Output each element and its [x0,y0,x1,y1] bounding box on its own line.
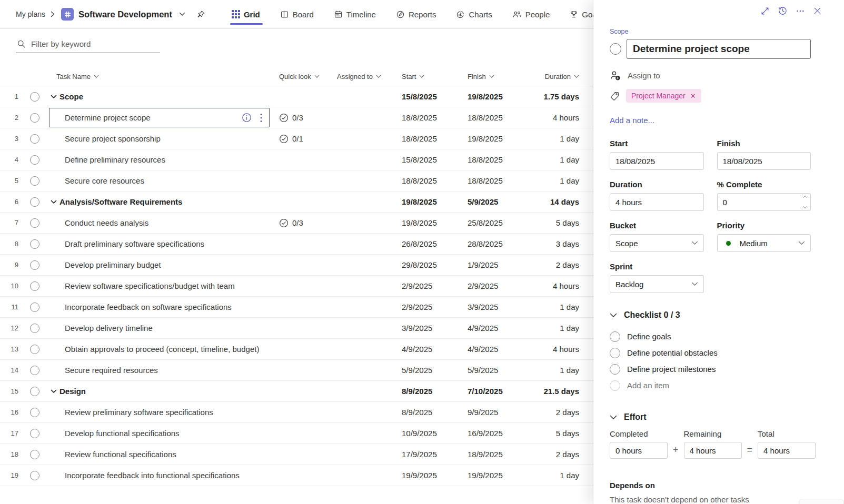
table-row[interactable]: 14Secure required resources5/9/20255/9/2… [0,360,593,381]
label-chip[interactable]: Project Manager ✕ [626,89,701,103]
checklist-item[interactable]: Define project milestones [610,361,811,377]
duration-value[interactable]: 21.5 days [529,387,593,396]
duration-value[interactable]: 2 days [529,408,593,417]
row-complete-radio[interactable] [30,303,39,312]
finish-date[interactable]: 18/9/2025 [463,450,529,459]
finish-date[interactable]: 5/9/2025 [463,197,529,206]
table-row[interactable]: 11Incorporate feedback on software speci… [0,297,593,318]
task-title-input[interactable] [627,39,811,59]
priority-dropdown[interactable]: Medium [717,234,811,252]
duration-value[interactable]: 2 days [529,450,593,459]
expand-panel-icon[interactable] [760,6,770,16]
assign-to-button[interactable]: Assign to [610,70,811,81]
finish-date[interactable]: 16/9/2025 [463,429,529,438]
column-header-start[interactable]: Start [398,73,463,80]
start-date[interactable]: 15/8/2025 [398,155,463,164]
checklist-item-radio[interactable] [610,364,620,375]
filter-input[interactable] [30,39,159,49]
table-row[interactable]: 3Secure project sponsorship0/118/8/20251… [0,128,593,149]
table-row[interactable]: 1Scope15/8/202519/8/20251.75 days [0,86,593,107]
label-remove-icon[interactable]: ✕ [690,93,696,99]
start-date[interactable]: 5/9/2025 [398,366,463,375]
start-date[interactable]: 2/9/2025 [398,281,463,290]
finish-date[interactable]: 18/8/2025 [463,176,529,185]
row-complete-radio[interactable] [30,155,39,165]
history-icon[interactable] [778,6,788,16]
table-row[interactable]: 5Secure core resources18/8/202518/8/2025… [0,170,593,191]
table-row[interactable]: 12Develop delivery timeline3/9/20254/9/2… [0,318,593,339]
tab-grid[interactable]: Grid [232,0,260,28]
finish-date[interactable]: 1/9/2025 [463,260,529,269]
row-complete-radio[interactable] [30,450,39,459]
row-complete-radio[interactable] [30,218,39,228]
duration-value[interactable]: 1 day [529,176,593,185]
row-complete-radio[interactable] [30,429,39,438]
duration-value[interactable]: 1 day [529,324,593,332]
table-row[interactable]: 8Draft preliminary software specificatio… [0,234,593,255]
finish-date[interactable]: 4/9/2025 [463,324,529,332]
duration-value[interactable]: 1 day [529,303,593,311]
duration-value[interactable]: 1 day [529,155,593,164]
start-date[interactable]: 8/9/2025 [398,387,463,396]
start-date[interactable]: 4/9/2025 [398,345,463,354]
row-complete-radio[interactable] [30,324,39,333]
row-complete-radio[interactable] [30,239,39,249]
start-date[interactable]: 2/9/2025 [398,303,463,311]
tag-icon[interactable] [610,91,620,101]
finish-date[interactable]: 19/8/2025 [463,134,529,143]
start-date[interactable]: 19/8/2025 [398,197,463,206]
finish-date[interactable]: 2/9/2025 [463,281,529,290]
table-row[interactable]: 17Develop functional specifications10/9/… [0,423,593,444]
finish-date[interactable]: 19/9/2025 [463,471,529,480]
finish-date[interactable]: 25/8/2025 [463,218,529,227]
row-complete-radio[interactable] [30,176,39,186]
duration-value[interactable]: 1 day [529,471,593,480]
duration-value[interactable]: 3 days [529,239,593,248]
start-date[interactable]: 19/9/2025 [398,471,463,480]
add-note-link[interactable]: Add a note... [610,116,811,125]
start-date[interactable]: 18/8/2025 [398,113,463,122]
row-complete-radio[interactable] [30,408,39,417]
checklist-item[interactable]: Define potential obstacles [610,345,811,361]
task-complete-radio[interactable] [610,43,621,55]
row-complete-radio[interactable] [30,387,39,396]
start-date[interactable]: 29/8/2025 [398,260,463,269]
row-complete-radio[interactable] [30,113,39,123]
start-date[interactable]: 17/9/2025 [398,450,463,459]
sprint-dropdown[interactable]: Backlog [610,275,704,293]
start-date[interactable]: 10/9/2025 [398,429,463,438]
effort-total-input[interactable] [758,442,816,459]
cutoff-button[interactable] [799,499,844,504]
duration-value[interactable]: 4 hours [529,113,593,122]
tab-charts[interactable]: Charts [456,0,492,28]
duration-value[interactable]: 14 days [529,197,593,206]
checklist-section-toggle[interactable]: Checklist 0 / 3 [610,310,811,320]
bucket-dropdown[interactable]: Scope [610,234,704,252]
duration-value[interactable]: 5 days [529,218,593,227]
table-row[interactable]: 9Develop preliminary budget29/8/20251/9/… [0,255,593,276]
row-complete-radio[interactable] [30,471,39,480]
start-date[interactable]: 8/9/2025 [398,408,463,417]
effort-completed-input[interactable] [610,442,668,459]
table-row[interactable]: 13Obtain approvals to proceed (concept, … [0,339,593,360]
duration-value[interactable]: 1.75 days [529,92,593,101]
start-input[interactable] [610,152,704,170]
pin-icon[interactable] [196,10,205,19]
duration-input[interactable] [610,193,704,211]
duration-value[interactable]: 1 day [529,366,593,375]
start-date[interactable]: 18/8/2025 [398,176,463,185]
finish-date[interactable]: 28/8/2025 [463,239,529,248]
finish-date[interactable]: 18/8/2025 [463,113,529,122]
finish-input[interactable] [717,152,811,170]
spinner-up-icon[interactable] [802,195,808,198]
table-row[interactable]: 2Determine project scope0/318/8/202518/8… [0,107,593,128]
column-header-duration[interactable]: Duration [529,73,593,80]
close-panel-icon[interactable] [813,6,822,15]
panel-bucket-link[interactable]: Scope [610,28,628,35]
table-row[interactable]: 16Review preliminary software specificat… [0,402,593,423]
plan-title[interactable]: Software Development [78,9,172,19]
row-complete-radio[interactable] [30,134,39,144]
table-row[interactable]: 19Incorporate feedback into functional s… [0,465,593,486]
checklist-item[interactable]: Define goals [610,328,811,345]
duration-value[interactable]: 1 day [529,134,593,143]
